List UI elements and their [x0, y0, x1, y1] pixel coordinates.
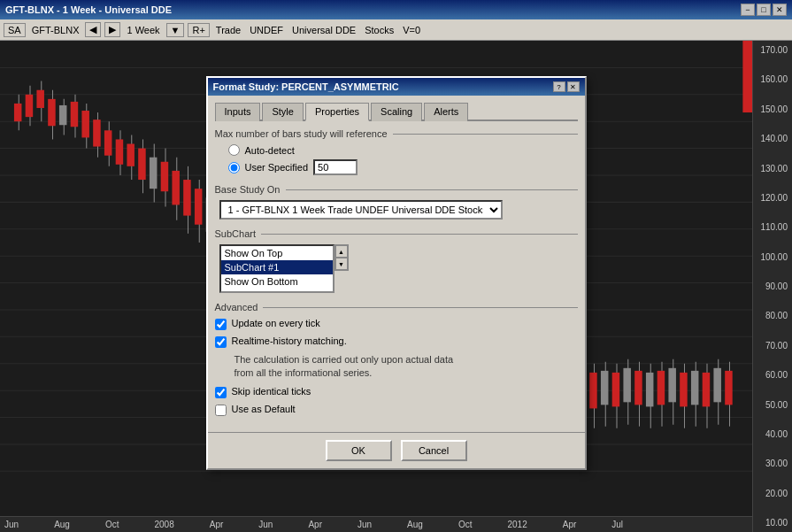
realtime-history-checkbox-item: Realtime-history matching.	[215, 335, 578, 348]
skip-identical-checkbox[interactable]	[215, 387, 227, 398]
stocks-label: Stocks	[362, 24, 396, 36]
volume-label: V=0	[400, 24, 423, 36]
tab-alerts[interactable]: Alerts	[424, 103, 468, 121]
max-bars-header: Max number of bars study will reference	[215, 128, 578, 139]
user-specified-label: User Specified	[245, 162, 309, 173]
dialog-footer: OK Cancel	[208, 432, 585, 468]
auto-detect-radio[interactable]	[228, 144, 240, 156]
use-default-label: Use as Default	[232, 404, 296, 414]
base-study-header: Base Study On	[215, 184, 578, 195]
base-study-section: Base Study On 1 - GFT-BLNX 1 Week Trade …	[215, 184, 578, 220]
update-tick-checkbox-item: Update on every tick	[215, 318, 578, 330]
advanced-header: Advanced	[215, 302, 578, 312]
scrollbar-down[interactable]: ▼	[335, 258, 348, 270]
toolbar: SA GFT-BLNX ◀ ▶ 1 Week ▼ R+ Trade UNDEF …	[0, 19, 792, 41]
undef-label: UNDEF	[247, 24, 286, 36]
realtime-history-label: Realtime-history matching.	[232, 335, 347, 346]
auto-detect-option: Auto-detect	[228, 144, 578, 156]
tab-inputs[interactable]: Inputs	[215, 103, 261, 121]
subchart-hide[interactable]: Hide	[221, 289, 333, 293]
scrollbar-up[interactable]: ▲	[335, 245, 348, 258]
base-study-select[interactable]: 1 - GFT-BLNX 1 Week Trade UNDEF Universa…	[219, 200, 503, 220]
user-specified-option: User Specified 50	[228, 159, 578, 175]
timeframe-down-button[interactable]: ▼	[166, 23, 185, 37]
advanced-section: Advanced Update on every tick Realtime-h…	[215, 302, 578, 416]
ok-button[interactable]: OK	[326, 440, 392, 461]
skip-identical-checkbox-item: Skip identical ticks	[215, 386, 578, 398]
maximize-button[interactable]: □	[757, 4, 771, 16]
user-specified-radio[interactable]	[228, 162, 240, 173]
subchart-listbox-wrapper: Show On Top SubChart #1 Show On Bottom H…	[215, 244, 578, 293]
subchart-show-on-bottom[interactable]: Show On Bottom	[221, 274, 333, 289]
window-title: GFT-BLNX - 1 Week - Universal DDE	[5, 4, 172, 15]
update-tick-checkbox[interactable]	[215, 319, 227, 330]
radio-group: Auto-detect User Specified 50	[228, 144, 578, 175]
subchart-header: SubChart	[215, 228, 578, 239]
skip-identical-label: Skip identical ticks	[232, 386, 311, 397]
symbol-label: GFT-BLNX	[29, 24, 82, 36]
dialog-body: Inputs Style Properties Scaling Alerts M…	[208, 96, 585, 432]
dialog-close-button[interactable]: ✕	[567, 81, 580, 92]
dialog-title-bar: Format Study: PERCENT_ASYMMETRIC ? ✕	[208, 78, 585, 96]
subchart-scrollbar: ▲ ▼	[334, 244, 349, 271]
subchart-show-on-top[interactable]: Show On Top	[221, 246, 333, 260]
tab-style[interactable]: Style	[262, 103, 303, 121]
dde-label: Universal DDE	[289, 24, 358, 36]
title-bar: GFT-BLNX - 1 Week - Universal DDE − □ ✕	[0, 0, 792, 19]
use-default-checkbox[interactable]	[215, 405, 227, 416]
nav-right-button[interactable]: ▶	[104, 22, 120, 37]
tab-bar: Inputs Style Properties Scaling Alerts	[215, 103, 578, 121]
trade-label: Trade	[213, 24, 243, 36]
sa-button[interactable]: SA	[4, 23, 26, 37]
window-controls: − □ ✕	[741, 4, 787, 16]
max-bars-section: Max number of bars study will reference …	[215, 128, 578, 175]
tab-scaling[interactable]: Scaling	[371, 103, 422, 121]
realtime-history-checkbox[interactable]	[215, 336, 227, 348]
cancel-button[interactable]: Cancel	[401, 440, 467, 461]
use-default-checkbox-item: Use as Default	[215, 404, 578, 416]
dialog-overlay: Format Study: PERCENT_ASYMMETRIC ? ✕ Inp…	[0, 41, 792, 532]
auto-detect-label: Auto-detect	[245, 145, 295, 156]
update-tick-label: Update on every tick	[232, 318, 320, 328]
r-button[interactable]: R+	[188, 23, 209, 37]
base-study-dropdown-container: 1 - GFT-BLNX 1 Week Trade UNDEF Universa…	[219, 200, 578, 220]
subchart-listbox[interactable]: Show On Top SubChart #1 Show On Bottom H…	[219, 244, 334, 293]
format-study-dialog: Format Study: PERCENT_ASYMMETRIC ? ✕ Inp…	[206, 76, 587, 470]
user-specified-input[interactable]: 50	[313, 159, 358, 175]
timeframe-label: 1 Week	[124, 24, 162, 36]
minimize-button[interactable]: −	[741, 4, 755, 16]
dialog-title-buttons: ? ✕	[553, 81, 580, 92]
dialog-help-button[interactable]: ?	[553, 81, 565, 92]
close-window-button[interactable]: ✕	[773, 4, 787, 16]
nav-left-button[interactable]: ◀	[85, 22, 101, 37]
realtime-history-desc: The calculation is carried out only upon…	[235, 353, 578, 381]
subchart-section: SubChart Show On Top SubChart #1 Show On…	[215, 228, 578, 293]
subchart-subchart1[interactable]: SubChart #1	[221, 260, 333, 274]
tab-properties[interactable]: Properties	[305, 103, 369, 121]
dialog-title: Format Study: PERCENT_ASYMMETRIC	[213, 81, 399, 92]
